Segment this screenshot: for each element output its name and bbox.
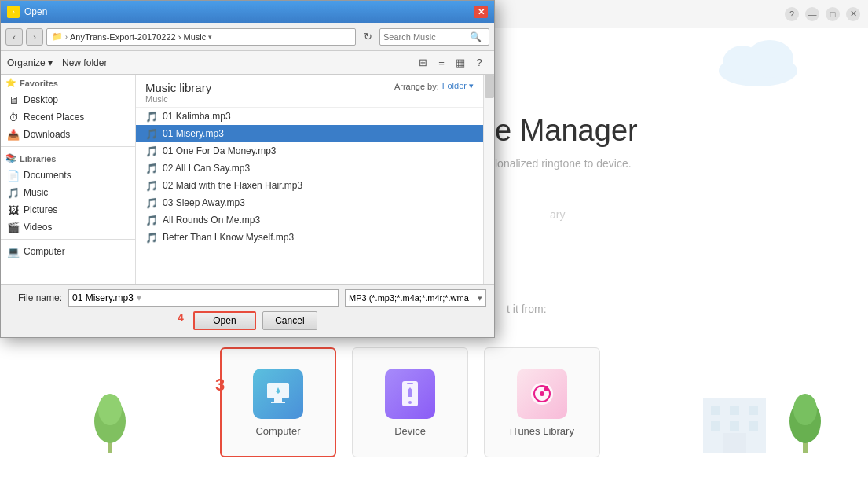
source-label: ary: [550, 208, 565, 221]
breadcrumb-bar[interactable]: 📁 › AnyTrans-Export-20170222 › Music ▾: [46, 28, 356, 46]
sidebar-item-music[interactable]: 🎵 Music: [1, 184, 135, 201]
view-grid-button[interactable]: ⊞: [414, 54, 431, 72]
file-item-6[interactable]: 🎵 All Rounds On Me.mp3: [136, 211, 483, 229]
dialog-app-icon: ♪: [7, 6, 20, 18]
svg-point-22: [408, 401, 412, 404]
arrange-by[interactable]: Arrange by: Folder ▾: [394, 81, 474, 91]
file-item-4[interactable]: 🎵 02 Maid with the Flaxen Hair.mp3: [136, 177, 483, 194]
folder-icon: 📁: [52, 31, 63, 42]
sidebar-item-computer[interactable]: 💻 Computer: [1, 243, 135, 260]
manager-title: e Manager: [495, 114, 638, 148]
file-name-1: 01 Misery.mp3: [163, 128, 224, 139]
sidebar-item-pictures-label: Pictures: [24, 204, 57, 215]
scrollbar-thumb[interactable]: [485, 75, 494, 98]
device-card[interactable]: Device: [352, 347, 468, 457]
open-dialog: ♪ Open ✕ ‹ › 📁 › AnyTrans-Export-2017022…: [0, 0, 495, 338]
documents-icon: 📄: [7, 169, 20, 182]
sidebar-item-videos[interactable]: 🎬 Videos: [1, 218, 135, 236]
step-3-label: 3: [215, 375, 225, 395]
help-button[interactable]: ?: [785, 7, 799, 21]
filelist-subtitle: Music: [145, 94, 474, 104]
desktop-icon: 🖥: [7, 94, 20, 106]
sidebar-item-documents-label: Documents: [24, 170, 71, 181]
file-icon-6: 🎵: [145, 214, 158, 226]
file-name-6: All Rounds On Me.mp3: [163, 215, 260, 226]
itunes-card[interactable]: iTunes Library: [484, 347, 600, 457]
dialog-filelist: Music library Music Arrange by: Folder ▾…: [136, 75, 483, 284]
sidebar-item-music-label: Music: [24, 187, 48, 198]
arrange-by-label: Arrange by:: [394, 82, 439, 91]
cancel-button[interactable]: Cancel: [262, 311, 317, 330]
sidebar-item-recent[interactable]: ⏱ Recent Places: [1, 108, 135, 126]
svg-rect-10: [711, 421, 720, 431]
cloud-decoration: [711, 39, 805, 90]
refresh-button[interactable]: ↻: [359, 28, 376, 46]
sidebar-item-pictures[interactable]: 🖼 Pictures: [1, 201, 135, 218]
arrange-by-value[interactable]: Folder ▾: [442, 81, 474, 91]
file-name-7: Better Than I Know Myself.mp3: [163, 232, 294, 243]
sidebar-divider-2: [1, 239, 135, 240]
help-icon-btn[interactable]: ?: [471, 54, 488, 72]
svg-rect-12: [749, 421, 758, 431]
pictures-icon: 🖼: [7, 204, 20, 216]
sidebar-item-downloads-label: Downloads: [24, 129, 70, 140]
minimize-button[interactable]: —: [805, 7, 819, 21]
sidebar-item-desktop-label: Desktop: [24, 94, 58, 105]
back-button[interactable]: ‹: [5, 28, 23, 46]
file-name-0: 01 Kalimba.mp3: [163, 111, 231, 122]
search-box: 🔍: [379, 28, 489, 46]
dialog-close-button[interactable]: ✕: [474, 6, 488, 18]
svg-rect-26: [545, 386, 548, 391]
filetype-select[interactable]: MP3 (*.mp3;*.m4a;*.m4r;*.wma ▾: [345, 289, 486, 307]
search-input[interactable]: [383, 32, 470, 42]
file-item-5[interactable]: 🎵 03 Sleep Away.mp3: [136, 194, 483, 211]
sidebar-item-downloads[interactable]: 📥 Downloads: [1, 126, 135, 143]
svg-point-5: [98, 394, 122, 425]
file-item-2[interactable]: 🎵 01 One For Da Money.mp3: [136, 142, 483, 160]
file-item-7[interactable]: 🎵 Better Than I Know Myself.mp3: [136, 229, 483, 246]
computer-card-icon: [253, 369, 303, 419]
open-button[interactable]: Open: [193, 311, 256, 330]
svg-rect-19: [271, 402, 285, 403]
downloads-icon: 📥: [7, 128, 20, 141]
view-preview-button[interactable]: ▦: [452, 54, 469, 72]
view-details-button[interactable]: ≡: [433, 54, 450, 72]
filename-row: File name: 01 Misery.mp3 ▾ MP3 (*.mp3;*.…: [9, 289, 486, 307]
filetype-value: MP3 (*.mp3;*.m4a;*.m4r;*.wma: [349, 293, 469, 303]
sidebar-item-computer-label: Computer: [24, 246, 65, 257]
sidebar-item-documents[interactable]: 📄 Documents: [1, 167, 135, 184]
file-name-2: 01 One For Da Money.mp3: [163, 145, 277, 156]
favorites-section-label: Favorites: [20, 79, 58, 88]
maximize-button[interactable]: □: [826, 7, 840, 21]
music-icon: 🎵: [7, 186, 20, 199]
new-folder-button[interactable]: New folder: [62, 57, 107, 68]
libraries-section-label: Libraries: [20, 154, 56, 163]
device-card-icon: [385, 369, 435, 419]
recent-icon: ⏱: [7, 111, 20, 123]
filelist-scrollbar[interactable]: [483, 75, 494, 284]
sidebar-item-desktop[interactable]: 🖥 Desktop: [1, 91, 135, 108]
filelist-header: Music library Music Arrange by: Folder ▾: [136, 75, 483, 108]
file-icon-2: 🎵: [145, 145, 158, 157]
svg-rect-18: [274, 398, 282, 402]
svg-rect-9: [749, 406, 758, 415]
close-button[interactable]: ✕: [846, 7, 860, 21]
computer-card[interactable]: Computer: [220, 347, 336, 457]
breadcrumb-text: AnyTrans-Export-20170222 › Music: [70, 32, 206, 42]
filename-input[interactable]: 01 Misery.mp3 ▾: [68, 289, 339, 307]
file-item-1[interactable]: 🎵 01 Misery.mp3: [136, 125, 483, 142]
svg-rect-7: [711, 406, 720, 415]
building-decoration: [695, 374, 774, 456]
file-name-5: 03 Sleep Away.mp3: [163, 197, 245, 208]
organize-button[interactable]: Organize ▾: [7, 57, 53, 68]
tree-left-decoration: [86, 390, 134, 456]
filelist-area: Music library Music Arrange by: Folder ▾…: [136, 75, 494, 284]
dialog-bottom-bar: File name: 01 Misery.mp3 ▾ MP3 (*.mp3;*.…: [1, 284, 494, 337]
file-item-0[interactable]: 🎵 01 Kalimba.mp3: [136, 108, 483, 125]
dialog-window: ♪ Open ✕ ‹ › 📁 › AnyTrans-Export-2017022…: [0, 0, 495, 338]
forward-button[interactable]: ›: [26, 28, 43, 46]
cards-area: Computer Device: [220, 347, 600, 457]
dialog-main-area: ⭐ Favorites 🖥 Desktop ⏱ Recent Places 📥 …: [1, 75, 494, 284]
libraries-header: 📚 Libraries: [1, 150, 135, 167]
file-item-3[interactable]: 🎵 02 All I Can Say.mp3: [136, 160, 483, 177]
